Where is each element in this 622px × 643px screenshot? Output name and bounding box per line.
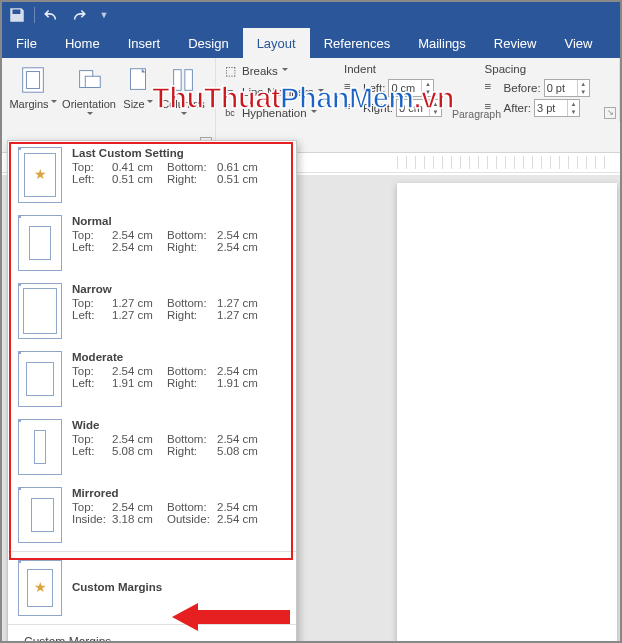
indent-header: Indent xyxy=(344,63,465,75)
margins-option-info: Last Custom SettingTop:0.41 cmBottom:0.6… xyxy=(72,147,286,203)
breaks-button[interactable]: ⬚Breaks xyxy=(218,61,328,81)
margins-thumb-icon xyxy=(18,487,62,543)
spacing-header: Spacing xyxy=(485,63,609,75)
margins-option-info: WideTop:2.54 cmBottom:2.54 cmLeft:5.08 c… xyxy=(72,419,286,475)
tab-mailings[interactable]: Mailings xyxy=(404,28,480,58)
margins-option-info: NarrowTop:1.27 cmBottom:1.27 cmLeft:1.27… xyxy=(72,283,286,339)
margins-thumb-icon xyxy=(18,215,62,271)
tab-insert[interactable]: Insert xyxy=(114,28,175,58)
tab-design[interactable]: Design xyxy=(174,28,242,58)
tab-view[interactable]: View xyxy=(550,28,606,58)
size-label: Size xyxy=(123,98,144,110)
orientation-button[interactable]: Orientation xyxy=(60,61,118,124)
margins-thumb-icon xyxy=(18,419,62,475)
spacing-before-input[interactable]: 0 pt▲▼ xyxy=(544,79,590,97)
separator xyxy=(34,7,35,23)
margins-option-last-custom-setting[interactable]: ★Last Custom SettingTop:0.41 cmBottom:0.… xyxy=(8,141,296,209)
annotation-arrow xyxy=(172,600,292,638)
svg-rect-3 xyxy=(85,76,100,87)
spacing-before-value: 0 pt xyxy=(547,82,565,94)
margins-label: Margins xyxy=(9,98,48,110)
breaks-icon: ⬚ xyxy=(222,63,238,79)
paragraph-launcher-icon[interactable]: ↘ xyxy=(604,107,616,119)
margins-thumb-icon: ★ xyxy=(18,147,62,203)
tab-help[interactable]: Help xyxy=(606,28,622,58)
margins-thumb-icon: ★ xyxy=(18,560,62,616)
margins-option-normal[interactable]: NormalTop:2.54 cmBottom:2.54 cmLeft:2.54… xyxy=(8,209,296,277)
tab-layout[interactable]: Layout xyxy=(243,28,310,58)
margins-option-info: NormalTop:2.54 cmBottom:2.54 cmLeft:2.54… xyxy=(72,215,286,271)
spacing-before-field: ≡Before:0 pt▲▼ xyxy=(485,78,609,98)
margins-option-mirrored[interactable]: MirroredTop:2.54 cmBottom:2.54 cmInside:… xyxy=(8,481,296,549)
size-button[interactable]: Size xyxy=(120,61,156,112)
margins-option-wide[interactable]: WideTop:2.54 cmBottom:2.54 cmLeft:5.08 c… xyxy=(8,413,296,481)
orientation-label: Orientation xyxy=(62,98,116,110)
margins-option-moderate[interactable]: ModerateTop:2.54 cmBottom:2.54 cmLeft:1.… xyxy=(8,345,296,413)
tab-references[interactable]: References xyxy=(310,28,404,58)
spacing-before-label: Before: xyxy=(504,82,541,94)
svg-marker-7 xyxy=(172,603,290,631)
margins-option-narrow[interactable]: NarrowTop:1.27 cmBottom:1.27 cmLeft:1.27… xyxy=(8,277,296,345)
tab-home[interactable]: Home xyxy=(51,28,114,58)
margins-dropdown: ★Last Custom SettingTop:0.41 cmBottom:0.… xyxy=(7,140,297,643)
customize-qat-icon[interactable]: ▼ xyxy=(95,6,113,24)
margins-option-info: ModerateTop:2.54 cmBottom:2.54 cmLeft:1.… xyxy=(72,351,286,407)
margins-button[interactable]: Margins xyxy=(8,61,58,112)
margins-thumb-icon xyxy=(18,351,62,407)
tab-file[interactable]: File xyxy=(2,28,51,58)
margins-icon xyxy=(8,63,58,97)
save-icon[interactable] xyxy=(8,6,26,24)
watermark: ThuThuatPhanMem.vn xyxy=(152,82,454,115)
size-icon xyxy=(120,63,156,97)
orientation-icon xyxy=(60,63,118,97)
ribbon-tabs: FileHomeInsertDesignLayoutReferencesMail… xyxy=(2,28,620,58)
undo-icon[interactable] xyxy=(43,6,61,24)
margins-thumb-icon xyxy=(18,283,62,339)
margins-option-info: MirroredTop:2.54 cmBottom:2.54 cmInside:… xyxy=(72,487,286,543)
quick-access-toolbar: ▼ xyxy=(2,2,620,28)
page[interactable] xyxy=(397,183,617,643)
tab-review[interactable]: Review xyxy=(480,28,551,58)
spacing-before-icon: ≡ xyxy=(485,80,501,96)
breaks-label: Breaks xyxy=(242,65,278,77)
redo-icon[interactable] xyxy=(69,6,87,24)
